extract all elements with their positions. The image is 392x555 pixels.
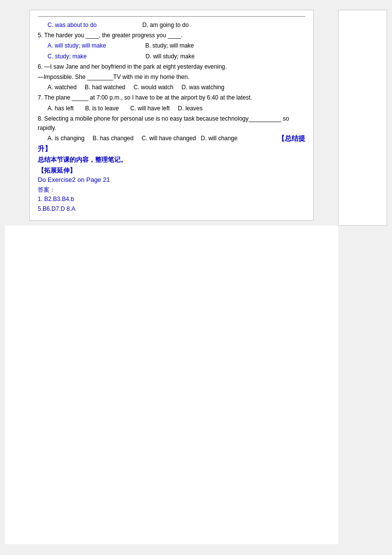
q5-option-b: B. study; will make (145, 42, 194, 49)
summary-bracket-continuation: 升】 (38, 144, 305, 153)
q5-option-a: A. will study; will make (48, 42, 106, 49)
divider (38, 16, 305, 17)
cd-options-row: C. was about to do D. am going to do (48, 21, 305, 30)
question-6-line1: 6. —I saw Jane and her boyfriend in the … (38, 62, 305, 72)
summary-bracket-inline: 【总结提 (278, 134, 305, 143)
summary-bracket-sheng: 升】 (38, 145, 51, 152)
q5-option-d: D. will study; make (146, 53, 195, 60)
option-c-prev: C. was about to do (48, 22, 97, 28)
answers-line1: 1. B2.B3.B4.b (38, 195, 305, 204)
question-8-options-row: A. is changing B. has changed C. will ha… (38, 134, 305, 144)
question-5-options: A. will study; will make B. study; will … (48, 41, 305, 50)
question-7-options: A. has left B. is to leave C. will have … (48, 104, 305, 113)
answers-line2-text: 5.B6.D7.D 8.A (38, 205, 75, 212)
option-d-prev: D. am going to do (142, 22, 189, 28)
question-5-options-cd: C. study; make D. will study; make (48, 52, 305, 61)
question-6-line2: —Impossible. She ________TV with me in m… (38, 73, 305, 82)
answers-label: 答案： (38, 185, 305, 195)
summary-text: 总结本节课的内容，整理笔记。 (38, 156, 127, 163)
right-sidebar (338, 10, 387, 226)
summary-note: 总结本节课的内容，整理笔记。 (38, 155, 305, 164)
answers-label-text: 答案： (38, 186, 55, 193)
answers-line2: 5.B6.D7.D 8.A (38, 204, 305, 214)
bottom-area (5, 226, 338, 544)
extension-bracket-label: 【拓展延伸】 (38, 167, 76, 174)
question-5-text: 5. The harder you ____, the greater prog… (38, 31, 305, 40)
extension-bracket: 【拓展延伸】 (38, 166, 305, 175)
content-box: C. was about to do D. am going to do 5. … (29, 10, 314, 221)
question-7-text: 7. The plane _____ at 7:00 p.m., so I ha… (38, 93, 305, 102)
page-container: C. was about to do D. am going to do 5. … (0, 0, 392, 555)
exercise-text: Do Exercise2 on Page 21 (38, 176, 305, 183)
exercise-text-span: Do Exercise2 on Page 21 (38, 176, 110, 183)
answers-line1-text: 1. B2.B3.B4.b (38, 196, 74, 202)
summary-bracket-label: 【总结提 (278, 134, 305, 142)
question-6-options: A. watched B. had watched C. would watch… (48, 83, 305, 92)
question-8-line1: 8. Selecting a mobile phone for personal… (38, 114, 305, 133)
question-8-options: A. is changing B. has changed C. will ha… (48, 134, 274, 143)
q5-option-c: C. study; make (48, 53, 87, 60)
